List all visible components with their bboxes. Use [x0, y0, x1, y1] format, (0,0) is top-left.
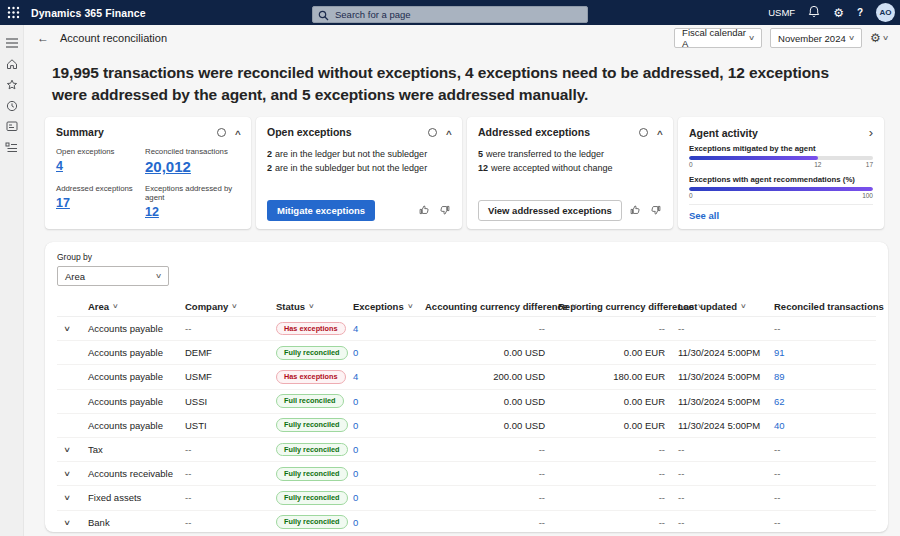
sort-chevron-icon: ∨ [112, 302, 119, 310]
row-expand-icon[interactable]: ∨ [53, 445, 81, 454]
workspace-icon[interactable] [0, 116, 24, 137]
exception-line: 12were accepted without change [478, 162, 662, 176]
exceptions-link[interactable]: 0 [342, 420, 408, 431]
search-icon [318, 7, 329, 25]
last-updated-cell: 11/30/2024 5:00PM [678, 347, 774, 358]
chevron-down-icon: ∨ [155, 272, 162, 280]
table-row[interactable]: ∨Accounts receivable--Fully reconciled0-… [57, 462, 876, 486]
table-row[interactable]: ∨Bank--Fully reconciled0-------- [57, 511, 876, 533]
chevron-right-icon[interactable]: › [869, 126, 873, 139]
accounting-difference-cell: -- [408, 444, 558, 455]
chevron-up-icon[interactable]: ∧ [233, 128, 241, 137]
sort-chevron-icon: ∨ [571, 302, 578, 310]
table-row[interactable]: Accounts payableDEMFFully reconciled00.0… [57, 341, 876, 365]
home-icon[interactable] [0, 53, 24, 74]
view-addressed-exceptions-button[interactable]: View addressed exceptions [478, 200, 622, 221]
column-header-last-updated[interactable]: Last updated∨ [678, 301, 774, 312]
reconciled-transactions-link[interactable]: 40 [774, 420, 876, 431]
chevron-up-icon[interactable]: ∧ [444, 128, 452, 137]
exception-line: 2are in the subledger but not the ledger [267, 162, 451, 176]
exceptions-link[interactable]: 4 [342, 371, 408, 382]
row-expand-icon[interactable]: ∨ [53, 469, 81, 478]
exceptions-link[interactable]: 0 [342, 347, 408, 358]
thumbs-down-icon[interactable] [650, 202, 662, 220]
exceptions-link[interactable]: 0 [342, 396, 408, 407]
last-updated-cell: 11/30/2024 5:00PM [678, 371, 774, 382]
column-header-exceptions[interactable]: Exceptions∨ [342, 301, 408, 312]
company-selector[interactable]: USMF [768, 7, 795, 18]
company-cell: -- [174, 444, 265, 455]
status-cell: Fully reconciled [265, 467, 342, 481]
chevron-up-icon[interactable]: ∧ [655, 128, 663, 137]
modules-icon[interactable] [0, 137, 24, 158]
sort-chevron-icon: ∨ [308, 302, 315, 310]
accounting-difference-cell: -- [408, 468, 558, 479]
status-cell: Full reconciled [265, 394, 342, 408]
progress-label: Exceptions with agent recommendations (%… [689, 175, 873, 184]
group-by-select[interactable]: Area ∨ [57, 266, 169, 286]
row-expand-icon[interactable]: ∨ [53, 493, 81, 502]
table-row[interactable]: Accounts payableUSSIFull reconciled00.00… [57, 390, 876, 414]
thumbs-up-icon[interactable] [418, 202, 430, 220]
page-settings-button[interactable]: ⚙ ∨ [870, 31, 888, 45]
accounting-difference-cell: -- [408, 323, 558, 334]
status-cell: Fully reconciled [265, 491, 342, 505]
column-header-status[interactable]: Status∨ [265, 301, 342, 312]
period-select[interactable]: November 2024 ∨ [770, 28, 862, 48]
avatar[interactable]: AO [876, 3, 895, 22]
table-row[interactable]: ∨Fixed assets--Fully reconciled0-------- [57, 486, 876, 510]
scale-tick: 17 [866, 161, 873, 168]
column-header-reconciled-transactions[interactable]: Reconciled transactions∨ [774, 301, 888, 312]
table-row[interactable]: Accounts payableUSMFHas exceptions4200.0… [57, 365, 876, 389]
clock-icon[interactable] [0, 95, 24, 116]
fiscal-calendar-select[interactable]: Fiscal calendar A ∨ [674, 28, 762, 48]
status-badge: Full reconciled [276, 394, 344, 408]
help-icon[interactable]: ? [857, 7, 863, 18]
see-all-link[interactable]: See all [689, 204, 873, 221]
exceptions-link[interactable]: 4 [342, 323, 408, 334]
table-row[interactable]: Accounts payableUSTIFully reconciled00.0… [57, 414, 876, 438]
metric-label: Open exceptions [56, 147, 145, 156]
metric-value-link[interactable]: 17 [56, 196, 70, 210]
thumbs-up-icon[interactable] [629, 202, 641, 220]
thumbs-down-icon[interactable] [439, 202, 451, 220]
star-icon[interactable] [0, 74, 24, 95]
reporting-difference-cell: -- [558, 323, 678, 334]
reconciled-transactions-link[interactable]: 89 [774, 371, 876, 382]
column-header-label: Company [185, 301, 228, 312]
hamburger-menu-icon[interactable] [0, 32, 24, 53]
reconciled-transactions-link[interactable]: 62 [774, 396, 876, 407]
bell-icon[interactable] [808, 4, 820, 22]
accounting-difference-cell: 0.00 USD [408, 420, 558, 431]
exceptions-link[interactable]: 0 [342, 468, 408, 479]
status-circle-icon [428, 128, 437, 137]
metric-value-link[interactable]: 12 [145, 205, 159, 219]
area-cell: Accounts receivable [77, 468, 174, 479]
row-expand-icon[interactable]: ∨ [53, 324, 81, 333]
app-title: Dynamics 365 Finance [31, 7, 146, 19]
column-header-label: Exceptions [353, 301, 404, 312]
back-arrow-icon[interactable]: ← [37, 31, 49, 45]
accounting-difference-cell: 0.00 USD [408, 347, 558, 358]
exceptions-link[interactable]: 0 [342, 517, 408, 528]
waffle-icon[interactable] [7, 6, 20, 19]
gear-icon[interactable]: ⚙ [833, 7, 844, 19]
reconciliation-summary-headline: 19,995 transactions were reconciled with… [52, 62, 862, 105]
search-input[interactable] [312, 6, 588, 23]
column-header-accounting-currency-difference[interactable]: Accounting currency difference∨ [408, 301, 558, 312]
exceptions-link[interactable]: 0 [342, 492, 408, 503]
reconciled-transactions-link[interactable]: 91 [774, 347, 876, 358]
table-row[interactable]: ∨Tax--Fully reconciled0-------- [57, 438, 876, 462]
row-expand-icon[interactable]: ∨ [53, 518, 81, 527]
table-row[interactable]: ∨Accounts payable--Has exceptions4------… [57, 317, 876, 341]
column-header-area[interactable]: Area∨ [77, 301, 174, 312]
progress-track [689, 156, 873, 160]
chevron-down-icon: ∨ [748, 34, 755, 42]
metric-value-link[interactable]: 20,012 [145, 158, 191, 175]
search-box[interactable] [312, 4, 588, 21]
mitigate-exceptions-button[interactable]: Mitigate exceptions [267, 200, 375, 221]
metric-value-link[interactable]: 4 [56, 159, 63, 173]
column-header-company[interactable]: Company∨ [174, 301, 265, 312]
exceptions-link[interactable]: 0 [342, 444, 408, 455]
last-updated-cell: -- [678, 517, 774, 528]
